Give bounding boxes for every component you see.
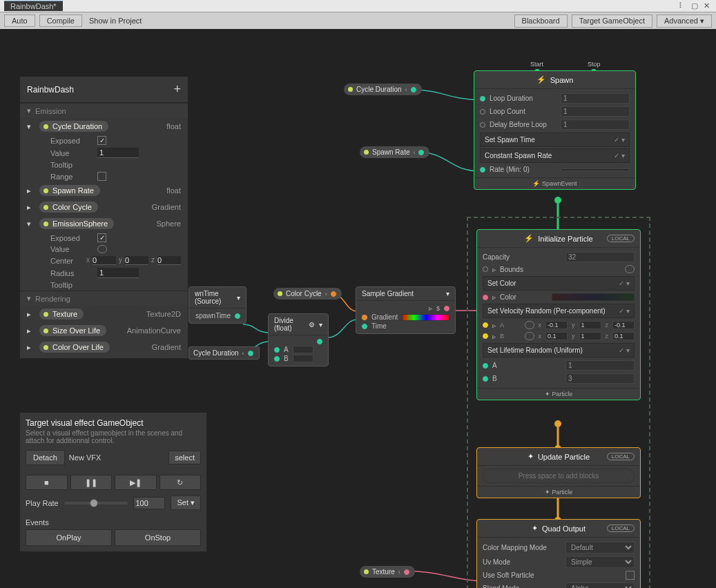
cycle-duration-chip[interactable]: Cycle Duration‹	[344, 84, 422, 95]
target-panel: Target visual effect GameObject Select a…	[19, 412, 207, 552]
set-color-block[interactable]: Set Color✓ ▾	[483, 276, 635, 291]
detach-button[interactable]: Detach	[26, 450, 65, 465]
value-input[interactable]	[97, 148, 139, 158]
spawn-rate-chip[interactable]: Spawn Rate‹	[360, 146, 429, 158]
exposed-checkbox[interactable]: ✓	[97, 136, 106, 145]
playrate-input[interactable]	[133, 497, 165, 509]
constant-spawn-rate-block[interactable]: Constant Spawn Rate✓ ▾	[480, 148, 630, 163]
set-button[interactable]: Set ▾	[171, 496, 201, 510]
gear-icon[interactable]: ⚙	[309, 321, 315, 329]
step-button[interactable]: ▶❚	[115, 475, 157, 490]
set-lifetime-block[interactable]: Set Lifetime Random (Uniform)✓ ▾	[483, 343, 635, 357]
category-emission[interactable]: ▾Emission	[20, 103, 188, 118]
initialize-particle-node[interactable]: ⚡Initialize ParticleLOCAL Capacity ▹ Bou…	[476, 229, 641, 400]
add-property-button[interactable]: +	[173, 82, 181, 97]
playrate-slider[interactable]	[64, 502, 128, 504]
prop-cycle-duration[interactable]: ▾Cycle Durationfloat	[20, 118, 188, 135]
set-spawn-time-block[interactable]: Set Spawn Time✓ ▾	[480, 133, 630, 147]
events-label: Events	[26, 518, 49, 527]
show-in-project-button[interactable]: Show in Project	[89, 17, 142, 25]
texture-chip[interactable]: Texture‹	[360, 566, 415, 578]
exposed-checkbox[interactable]: ✓	[97, 233, 106, 242]
pause-button[interactable]: ❚❚	[70, 475, 113, 490]
graph-canvas[interactable]: RainbwDash + ▾Emission ▾Cycle Durationfl…	[0, 29, 716, 588]
close-icon[interactable]: ✕	[704, 1, 713, 11]
prop-spawn-rate[interactable]: ▸Spawn Ratefloat	[20, 182, 188, 199]
auto-button[interactable]: Auto	[4, 14, 35, 27]
stop-button[interactable]: ■	[26, 475, 68, 490]
playrate-label: Play Rate	[26, 499, 59, 507]
prop-color-cycle[interactable]: ▸Color CycleGradient	[20, 199, 188, 215]
center-vector-input[interactable]: xyz	[86, 256, 181, 265]
add-blocks-hint[interactable]: Press space to add blocks	[483, 469, 635, 483]
prop-emission-sphere[interactable]: ▾EmissionSphereSphere	[20, 215, 188, 232]
set-velocity-block[interactable]: Set Velocity Random (Per-component)✓ ▾	[483, 304, 635, 318]
onplay-button[interactable]: OnPlay	[26, 529, 112, 546]
compile-button[interactable]: Compile	[39, 14, 82, 27]
blackboard-button[interactable]: Blackboard	[514, 14, 568, 28]
prop-color-over-life[interactable]: ▸Color Over LifeGradient	[20, 339, 188, 358]
window-tab[interactable]: RainbwDash*	[4, 1, 63, 11]
quad-output-node[interactable]: ✦ Quad OutputLOCAL Color Mapping ModeDef…	[476, 519, 641, 588]
svg-point-2	[554, 420, 561, 427]
select-button[interactable]: select	[168, 451, 201, 464]
sample-gradient-node[interactable]: Sample Gradient▾ ▹ s Gradient Time	[356, 286, 456, 334]
new-vfx-label: New VFX	[69, 453, 101, 462]
maximize-icon[interactable]: ▢	[691, 1, 701, 11]
bolt-icon: ⚡	[532, 180, 540, 187]
toolbar: Auto Compile Show in Project Blackboard …	[0, 12, 716, 29]
radius-input[interactable]	[97, 268, 139, 278]
color-cycle-chip[interactable]: Color Cycle‹	[273, 288, 342, 300]
restart-button[interactable]: ↻	[159, 475, 202, 490]
update-particle-node[interactable]: ✦ Update ParticleLOCAL Press space to ad…	[476, 447, 641, 498]
bolt-icon: ⚡	[524, 234, 534, 243]
window-titlebar: RainbwDash* ⠇ ▢ ✕	[0, 0, 716, 12]
dock-icon[interactable]: ⠇	[679, 1, 688, 11]
cycle-duration-output[interactable]: Cycle Duration‹	[188, 346, 260, 360]
advanced-button[interactable]: Advanced ▾	[657, 14, 712, 28]
blackboard-panel: RainbwDash + ▾Emission ▾Cycle Durationfl…	[19, 76, 188, 359]
category-rendering[interactable]: ▾Rendering	[20, 291, 188, 306]
prop-size-over-life[interactable]: ▸Size Over LifeAnimationCurve	[20, 322, 188, 339]
blackboard-title: RainbwDash	[27, 85, 74, 95]
range-checkbox[interactable]	[97, 172, 106, 181]
target-title: Target visual effect GameObject	[26, 418, 201, 428]
link-icon	[97, 245, 107, 253]
gradient-swatch[interactable]	[402, 314, 449, 321]
color-swatch[interactable]	[552, 293, 635, 301]
spawn-node[interactable]: ⚡Spawn Loop Duration Loop Count Delay Be…	[474, 70, 636, 190]
target-desc: Select a visual effect gameobject in the…	[26, 429, 201, 444]
svg-point-0	[554, 197, 561, 204]
divide-node[interactable]: Divide (float)⚙▾ A B	[268, 313, 329, 366]
target-gameobject-button[interactable]: Target GameObject	[572, 14, 652, 28]
prop-texture[interactable]: ▸TextureTexture2D	[20, 306, 188, 322]
spawntime-source-node[interactable]: wnTime (Source)▾ spawnTime	[188, 286, 246, 324]
onstop-button[interactable]: OnStop	[115, 529, 201, 546]
bolt-icon: ⚡	[536, 75, 546, 84]
